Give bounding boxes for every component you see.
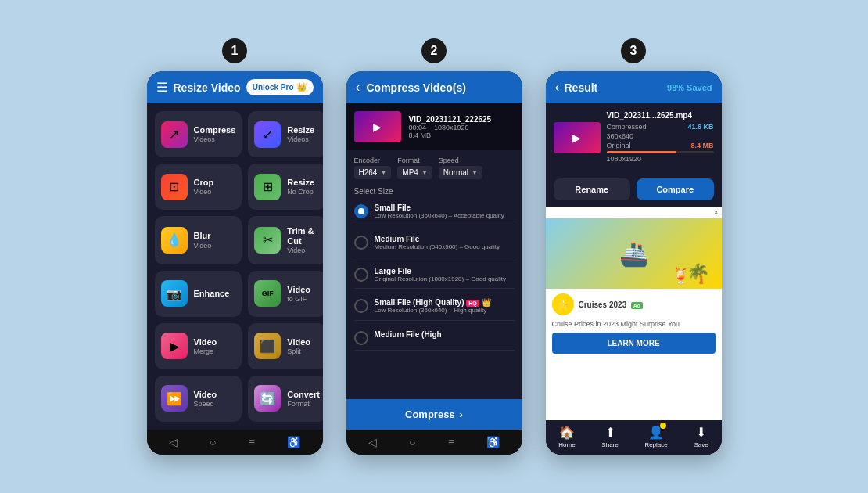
grid-item-merge[interactable]: ▶ Video Merge [155,323,242,369]
ad-section: × 🚢 🌴 🍹 ⭐ Cruises 2023 Ad Cruise Pri [546,207,722,420]
result-play-icon: ▶ [572,131,581,144]
compress-label: Compress [405,408,455,420]
phone1-header: ☰ Resize Video Unlock Pro 👑 [147,71,323,103]
video-thumbnail: ▶ [354,111,401,142]
phone-3: ‹ Result 98% Saved ▶ VID_202311...2625.m… [546,71,722,455]
grid-item-split[interactable]: ⬛ Video Split [248,323,322,369]
grid-item-resize-videos[interactable]: ⤢ Resize Videos [248,111,322,157]
radio-medium-hq[interactable] [354,331,368,345]
format-label: Format [397,157,432,164]
phone3-header: ‹ Result 98% Saved [546,71,722,103]
speed-icon: ⏩ [161,385,188,412]
format-group: Format MP4 ▼ [397,157,432,179]
grid-item-enhance[interactable]: 📷 Enhance [155,271,242,317]
grid-item-trim[interactable]: ✂ Trim & Cut Video [248,216,322,264]
speed-text: Video Speed [194,390,217,408]
unlock-pro-button[interactable]: Unlock Pro 👑 [246,79,314,95]
p2-menu-nav-icon[interactable]: ≡ [448,436,454,448]
step-3-badge: 3 [621,38,646,63]
merge-icon: ▶ [161,333,188,359]
home-nav-icon[interactable]: ○ [210,436,216,448]
grid-item-gif[interactable]: GIF Video to GIF [248,271,322,317]
phone2-nav: ◁ ○ ≡ ♿ [346,430,522,455]
back-nav-icon[interactable]: ◁ [169,436,178,448]
phone3-back-button[interactable]: ‹ [555,79,560,95]
compare-button[interactable]: Compare [637,178,714,200]
p2-access-nav-icon[interactable]: ♿ [486,436,500,448]
grid-item-speed[interactable]: ⏩ Video Speed [155,376,242,422]
phone3-title: Result [565,81,598,94]
gif-icon: GIF [254,280,281,307]
access-nav-icon[interactable]: ♿ [287,436,300,448]
resize-videos-icon: ⤢ [254,121,281,148]
convert-text: Convert Format [287,390,320,408]
grid-item-resize-nocrop[interactable]: ⊞ Resize No Crop [248,164,322,210]
ad-close-button[interactable]: × [546,207,722,218]
grid-item-blur[interactable]: 💧 Blur Video [155,216,242,264]
home-bottom-icon: 🏠 [559,425,575,440]
replace-badge [660,423,666,429]
size-option-small-hq[interactable]: Small File (High Quality) HQ 👑 Low Resol… [354,293,515,320]
radio-medium[interactable] [354,236,368,250]
play-icon: ▶ [373,121,382,133]
radio-small[interactable] [354,204,368,218]
size-option-small[interactable]: Small File Low Resolution (360x640) – Ac… [354,199,515,225]
format-select[interactable]: MP4 ▼ [397,166,432,179]
speed-arrow-icon: ▼ [472,169,478,176]
ad-description: Cruise Prices in 2023 Might Surprise You [546,320,722,328]
phone2-body: ▶ VID_20231121_222625 00:04 1080x1920 8.… [346,103,522,430]
hamburger-icon[interactable]: ☰ [156,80,167,95]
ad-logo: ⭐ [552,293,574,315]
compress-arrow-icon: › [460,408,463,420]
encoder-select[interactable]: H264 ▼ [354,166,392,179]
result-section: ▶ VID_202311...2625.mp4 Compressed 41.6 … [546,103,722,178]
p2-home-nav-icon[interactable]: ○ [409,436,415,448]
ship-icon: 🚢 [619,240,648,268]
phone2-header: ‹ Compress Video(s) [346,71,522,103]
p2-back-nav-icon[interactable]: ◁ [368,436,377,448]
compress-text: Compress Videos [194,125,236,143]
unlock-label: Unlock Pro [253,83,294,92]
ad-text: Cruises 2023 Ad [579,300,716,309]
phone-1: ☰ Resize Video Unlock Pro 👑 ↗ Compress V… [147,71,323,455]
crop-icon: ⊡ [161,174,188,200]
ad-tag: Ad [631,302,643,309]
enhance-text: Enhance [194,289,230,299]
encoder-row: Encoder H264 ▼ Format MP4 ▼ Speed [346,150,522,182]
split-icon: ⬛ [254,333,281,359]
nav-replace[interactable]: 👤 Replace [644,425,667,448]
nav-share[interactable]: ⬆ Share [601,425,618,448]
convert-icon: 🔄 [254,385,281,412]
step-1-wrapper: 1 ☰ Resize Video Unlock Pro 👑 ↗ Compress… [147,38,323,455]
video-info: VID_20231121_222625 00:04 1080x1920 8.4 … [409,115,515,139]
grid-item-convert[interactable]: 🔄 Convert Format [248,376,322,422]
size-option-medium-hq[interactable]: Medium File (High [354,326,515,351]
resize-nocrop-text: Resize No Crop [287,178,314,196]
nav-save[interactable]: ⬇ Save [694,425,708,448]
menu-nav-icon[interactable]: ≡ [249,436,255,448]
learn-more-button[interactable]: LEARN MORE [552,333,716,354]
grid-item-compress[interactable]: ↗ Compress Videos [155,111,242,157]
ad-visual: 🚢 🌴 🍹 [546,218,722,289]
phone3-bottom-nav: 🏠 Home ⬆ Share 👤 Replace ⬇ Save [546,420,722,455]
cocktail-icon: 🍹 [671,266,690,285]
encoder-arrow-icon: ▼ [380,169,386,176]
select-size-label: Select Size [346,182,522,199]
grid-item-crop[interactable]: ⊡ Crop Video [155,164,242,210]
step-1-number: 1 [231,44,239,58]
size-option-medium[interactable]: Medium File Medium Resolution (540x960) … [354,230,515,257]
phone1-nav: ◁ ○ ≡ ♿ [147,430,323,455]
size-option-large[interactable]: Large File Original Resolution (1080x192… [354,262,515,289]
compress-button[interactable]: Compress › [346,399,522,430]
radio-small-hq[interactable] [354,299,368,313]
phone1-title: Resize Video [174,81,241,94]
size-options-list: Small File Low Resolution (360x640) – Ac… [346,199,522,399]
nav-home[interactable]: 🏠 Home [558,425,575,448]
ad-title: Cruises 2023 Ad [579,300,716,309]
size-progress-bar [607,151,714,153]
phone2-back-button[interactable]: ‹ [356,79,360,95]
rename-button[interactable]: Rename [554,178,631,200]
speed-select[interactable]: Normal ▼ [439,166,482,179]
radio-large[interactable] [354,268,368,282]
step-2-badge: 2 [421,38,447,63]
